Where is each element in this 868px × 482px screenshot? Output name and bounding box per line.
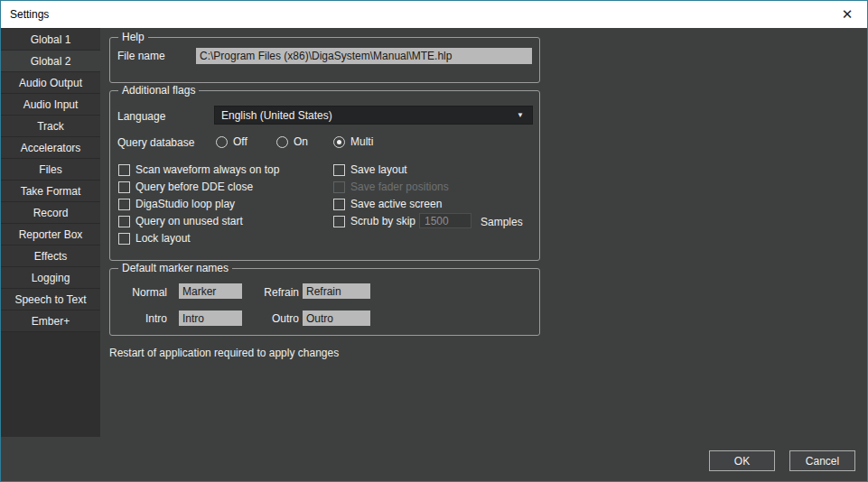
radio-label: Multi [350,135,373,148]
language-label: Language [117,110,165,123]
sidebar-item-reporter-box[interactable]: Reporter Box [1,224,100,246]
language-dropdown[interactable]: English (United States) ▼ [214,106,533,125]
settings-category-sidebar: Global 1 Global 2 Audio Output Audio Inp… [1,28,100,437]
sidebar-item-ember[interactable]: Ember+ [1,311,100,332]
query-database-label: Query database [117,136,194,149]
marker-refrain-input[interactable] [303,283,370,299]
additional-flags-group-title: Additional flags [118,84,199,97]
sidebar-item-record[interactable]: Record [1,202,100,224]
sidebar-item-take-format[interactable]: Take Format [1,181,100,202]
settings-dialog: Settings ✕ Global 1 Global 2 Audio Outpu… [0,0,868,482]
checkbox-scrub-by-skip[interactable]: Scrub by skip [333,215,415,227]
checkbox-save-active-screen[interactable]: Save active screen [333,198,442,210]
cancel-button[interactable]: Cancel [789,450,855,471]
radio-label: On [294,135,308,148]
sidebar-item-audio-output[interactable]: Audio Output [1,72,100,94]
sidebar-item-global-2[interactable]: Global 2 [1,51,100,72]
marker-refrain-label: Refrain [260,286,299,299]
checkbox-label: DigaStudio loop play [135,198,235,210]
marker-outro-input[interactable] [303,311,370,326]
marker-intro-input[interactable] [179,311,242,326]
marker-normal-label: Normal [117,286,167,299]
samples-unit-label: Samples [481,216,523,228]
ok-button[interactable]: OK [709,450,775,471]
sidebar-item-logging[interactable]: Logging [1,267,100,289]
checkbox-icon [333,181,345,193]
checkbox-label: Save layout [350,163,407,176]
help-group: Help File name [109,37,540,83]
checkbox-icon[interactable] [118,199,130,210]
sidebar-item-accelerators[interactable]: Accelerators [1,137,100,159]
marker-group-title: Default marker names [118,262,232,274]
checkbox-lock-layout[interactable]: Lock layout [118,232,191,245]
checkbox-icon[interactable] [333,199,345,210]
checkbox-query-before-dde-close[interactable]: Query before DDE close [118,181,253,193]
help-file-name-input[interactable] [196,48,532,64]
language-dropdown-value: English (United States) [221,109,517,122]
sidebar-item-audio-input[interactable]: Audio Input [1,94,100,116]
radio-icon[interactable] [333,136,345,148]
checkbox-label: Lock layout [135,232,191,245]
radio-query-off[interactable]: Off [216,135,247,148]
checkbox-label: Query on unused start [135,215,243,227]
marker-intro-label: Intro [117,312,167,325]
radio-label: Off [233,135,247,148]
sidebar-item-speech-to-text[interactable]: Speech to Text [1,289,100,311]
sidebar-item-global-1[interactable]: Global 1 [1,29,100,51]
file-name-label: File name [117,50,165,62]
checkbox-save-layout[interactable]: Save layout [333,163,407,176]
radio-query-multi[interactable]: Multi [333,135,373,148]
radio-query-on[interactable]: On [276,135,308,148]
window-title: Settings [1,8,49,21]
checkbox-icon[interactable] [333,216,345,227]
close-icon[interactable]: ✕ [827,1,867,28]
checkbox-query-on-unused-start[interactable]: Query on unused start [118,215,243,227]
radio-icon[interactable] [216,136,228,148]
help-group-title: Help [118,31,148,43]
sidebar-item-effects[interactable]: Effects [1,246,100,267]
sidebar-item-files[interactable]: Files [1,159,100,181]
checkbox-label: Query before DDE close [135,181,253,193]
checkbox-label: Scan waveform always on top [135,163,279,176]
checkbox-save-fader-positions: Save fader positions [333,181,449,193]
scrub-samples-input [419,213,471,228]
sidebar-item-track[interactable]: Track [1,116,100,137]
checkbox-label: Save fader positions [350,181,449,193]
radio-icon[interactable] [276,136,288,148]
checkbox-icon[interactable] [118,164,130,176]
checkbox-label: Scrub by skip [350,215,415,227]
checkbox-label: Save active screen [350,198,442,210]
default-marker-names-group: Default marker names Normal Refrain Intr… [109,268,540,336]
checkbox-icon[interactable] [118,181,130,193]
checkbox-icon[interactable] [118,216,130,227]
marker-outro-label: Outro [260,312,299,325]
restart-note: Restart of application required to apply… [109,347,339,359]
additional-flags-group: Additional flags Language English (Unite… [109,90,540,261]
checkbox-icon[interactable] [333,164,345,176]
title-bar: Settings ✕ [1,1,867,28]
chevron-down-icon: ▼ [517,111,526,119]
checkbox-scan-waveform-always-on-top[interactable]: Scan waveform always on top [118,163,279,176]
checkbox-icon[interactable] [118,233,130,245]
checkbox-digastudio-loop-play[interactable]: DigaStudio loop play [118,198,235,210]
marker-normal-input[interactable] [179,283,242,299]
